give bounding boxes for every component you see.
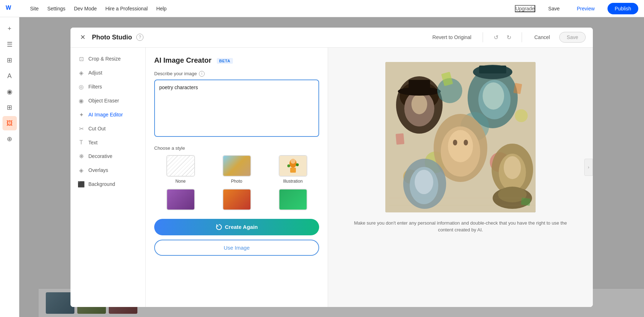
style-option-6[interactable]	[267, 189, 319, 210]
style-row2	[154, 189, 319, 210]
text-label: Text	[88, 140, 98, 145]
sidebar-pages-icon[interactable]: ☰	[3, 37, 17, 52]
sidebar-apps-icon[interactable]: ⊞	[3, 100, 17, 115]
overlays-label: Overlays	[88, 167, 108, 173]
publish-button[interactable]: Publish	[608, 3, 638, 14]
undo-button[interactable]: ↺	[490, 32, 502, 43]
style-photo[interactable]: Photo	[210, 155, 263, 184]
tool-object-eraser[interactable]: ◉ Object Eraser	[70, 94, 145, 108]
photo-studio-title: Photo Studio	[92, 34, 132, 41]
wix-logo: W	[6, 4, 19, 13]
filters-icon: ◎	[78, 83, 85, 90]
choose-style-label: Choose a style	[154, 145, 319, 151]
text-icon: T	[78, 139, 85, 146]
revert-to-original-button[interactable]: Revert to Original	[428, 32, 476, 42]
svg-point-29	[464, 140, 468, 145]
modal-body: ⊡ Crop & Resize ◈ Adjust ◎ Filters ◉ Obj…	[70, 48, 593, 307]
style-photo-inner	[223, 156, 250, 176]
photo-studio-help-icon[interactable]: ?	[136, 34, 143, 41]
style-illustration-label: Illustration	[283, 179, 303, 184]
cut-out-label: Cut Out	[88, 126, 106, 131]
right-edge-toggle[interactable]: ›	[584, 159, 593, 176]
style-option-4-thumb	[166, 189, 195, 210]
nav-devmode[interactable]: Dev Mode	[74, 6, 97, 11]
svg-point-11	[411, 94, 427, 114]
create-again-button[interactable]: Create Again	[154, 219, 319, 235]
image-disclaimer: Make sure you don't enter any personal i…	[353, 220, 568, 234]
tool-overlays[interactable]: ◈ Overlays	[70, 163, 145, 177]
style-none-inner	[167, 156, 194, 176]
style-photo-thumb	[223, 155, 251, 177]
style-option-5-thumb	[223, 189, 251, 210]
tool-adjust[interactable]: ◈ Adjust	[70, 66, 145, 80]
adjust-icon: ◈	[78, 69, 85, 76]
object-eraser-icon: ◉	[78, 97, 85, 104]
tool-decorative[interactable]: ❋ Decorative	[70, 149, 145, 163]
background-label: Background	[88, 181, 115, 187]
svg-point-28	[453, 140, 457, 145]
tool-crop[interactable]: ⊡ Crop & Resize	[70, 52, 145, 66]
preview-button[interactable]: Preview	[572, 4, 599, 14]
describe-label: Describe your image i	[154, 71, 319, 77]
tools-panel: ⊡ Crop & Resize ◈ Adjust ◎ Filters ◉ Obj…	[70, 48, 146, 307]
svg-point-5	[296, 163, 299, 166]
background-icon: ⬛	[78, 181, 85, 188]
style-illus-inner	[279, 156, 307, 176]
tool-text[interactable]: T Text	[70, 136, 145, 149]
svg-point-4	[287, 164, 290, 167]
nav-hire[interactable]: Hire a Professional	[106, 6, 148, 11]
svg-point-35	[504, 156, 521, 179]
modal-close-button[interactable]: ✕	[78, 32, 88, 42]
adjust-label: Adjust	[88, 70, 102, 76]
style-option-4[interactable]	[154, 189, 207, 210]
tool-cut-out[interactable]: ✂ Cut Out	[70, 122, 145, 136]
crop-icon: ⊡	[78, 56, 85, 62]
photo-studio-modal: ✕ Photo Studio ? Revert to Original ↺ ↻ …	[70, 28, 593, 307]
ai-image-editor-label: AI Image Editor	[88, 112, 123, 117]
describe-textarea[interactable]	[154, 80, 319, 137]
header-divider-2	[522, 32, 522, 42]
style-none[interactable]: None	[154, 155, 207, 184]
create-again-icon	[216, 224, 222, 230]
tool-ai-image-editor[interactable]: ✦ AI Image Editor	[70, 108, 145, 122]
sidebar-media-icon[interactable]: 🖼	[3, 116, 17, 130]
svg-rect-2	[290, 168, 296, 173]
tool-filters[interactable]: ◎ Filters	[70, 80, 145, 94]
use-image-button[interactable]: Use Image	[154, 240, 319, 256]
left-sidebar: + ☰ ⊞ A ◉ ⊞ 🖼 ⊕	[0, 17, 19, 317]
sidebar-layers-icon[interactable]: ⊞	[3, 53, 17, 67]
upgrade-button[interactable]: Upgrade	[515, 5, 536, 12]
tool-background[interactable]: ⬛ Background	[70, 177, 145, 191]
save-nav-button[interactable]: Save	[544, 4, 564, 14]
nav-help[interactable]: Help	[156, 6, 167, 11]
describe-info-icon[interactable]: i	[199, 71, 205, 77]
svg-rect-40	[396, 133, 405, 145]
modal-save-button[interactable]: Save	[559, 32, 586, 43]
create-again-label: Create Again	[225, 224, 258, 230]
ai-panel-title: AI Image Creator	[154, 56, 211, 64]
style-photo-label: Photo	[231, 179, 242, 184]
style-option-5[interactable]	[210, 189, 263, 210]
nav-site[interactable]: Site	[30, 6, 39, 11]
sidebar-type-icon[interactable]: A	[3, 69, 17, 83]
image-collage	[385, 62, 536, 212]
style-illustration[interactable]: Illustration	[267, 155, 319, 184]
svg-point-32	[415, 170, 433, 194]
decorative-label: Decorative	[88, 153, 112, 159]
sidebar-color-icon[interactable]: ◉	[3, 85, 17, 99]
redo-button[interactable]: ↻	[503, 32, 514, 43]
crop-label: Crop & Resize	[88, 56, 121, 62]
style-option-6-thumb	[279, 189, 307, 210]
style-illustration-thumb	[279, 155, 307, 177]
sidebar-integrations-icon[interactable]: ⊕	[3, 132, 17, 146]
object-eraser-label: Object Eraser	[88, 98, 119, 104]
filters-label: Filters	[88, 84, 102, 90]
modal-cancel-button[interactable]: Cancel	[529, 32, 555, 42]
style-none-thumb	[166, 155, 195, 177]
svg-text:W: W	[6, 5, 11, 11]
sidebar-add-icon[interactable]: +	[3, 21, 17, 36]
ai-image-editor-icon: ✦	[78, 111, 85, 118]
svg-rect-41	[521, 197, 531, 206]
nav-settings[interactable]: Settings	[47, 6, 65, 11]
svg-point-27	[448, 130, 473, 162]
